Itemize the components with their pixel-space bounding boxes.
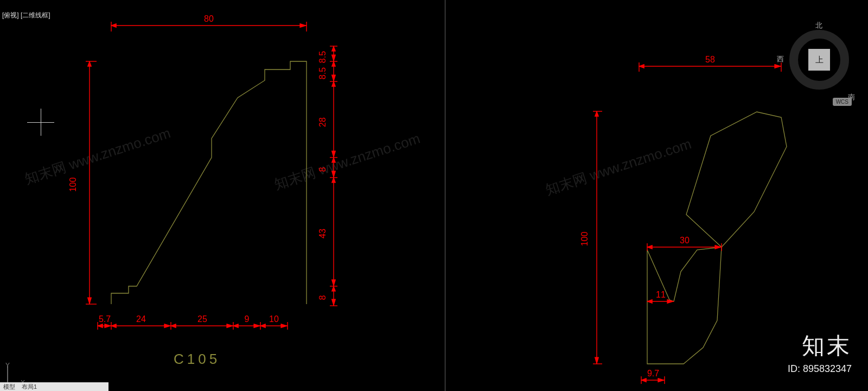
svg-text:43: 43 xyxy=(318,229,327,238)
dim-inner-30: 30 xyxy=(680,236,690,245)
dim-inner-11: 11 xyxy=(656,290,666,299)
brand-name: 知末 xyxy=(788,331,852,361)
dim-bottom-chain: 5.7 24 25 9 10 xyxy=(98,314,288,330)
tab-model[interactable]: 模型 xyxy=(3,383,15,391)
dim-top-left: 80 xyxy=(204,14,214,23)
svg-text:24: 24 xyxy=(136,314,146,324)
svg-text:9: 9 xyxy=(245,314,250,324)
svg-text:8.5: 8.5 xyxy=(318,51,327,63)
dim-bottom-right: 9.7 xyxy=(647,369,659,378)
dim-right-stack: 8.5 8.5 28 8 43 8 xyxy=(318,46,337,306)
part-label-left: C105 xyxy=(174,351,220,367)
svg-text:25: 25 xyxy=(197,314,207,324)
brand-watermark: 知末 ID: 895832347 xyxy=(788,331,852,375)
svg-text:5.7: 5.7 xyxy=(99,314,111,324)
dim-left-100: 100 xyxy=(68,178,78,192)
svg-text:8.5: 8.5 xyxy=(318,67,327,79)
tab-layout1[interactable]: 布局1 xyxy=(22,383,37,391)
status-bar[interactable]: 模型 布局1 xyxy=(0,382,108,391)
profile-right[interactable] xyxy=(647,112,787,364)
svg-text:8: 8 xyxy=(318,295,327,300)
svg-text:8: 8 xyxy=(318,167,327,172)
svg-text:10: 10 xyxy=(269,314,279,324)
cad-canvas[interactable]: 80 100 8.5 8.5 28 8 43 8 5.7 24 25 9 xyxy=(0,0,868,391)
brand-id: ID: 895832347 xyxy=(788,363,852,375)
svg-text:28: 28 xyxy=(318,117,327,127)
dim-right-100: 100 xyxy=(580,232,589,247)
profile-left[interactable] xyxy=(111,61,307,304)
dim-top-right: 58 xyxy=(705,55,715,64)
